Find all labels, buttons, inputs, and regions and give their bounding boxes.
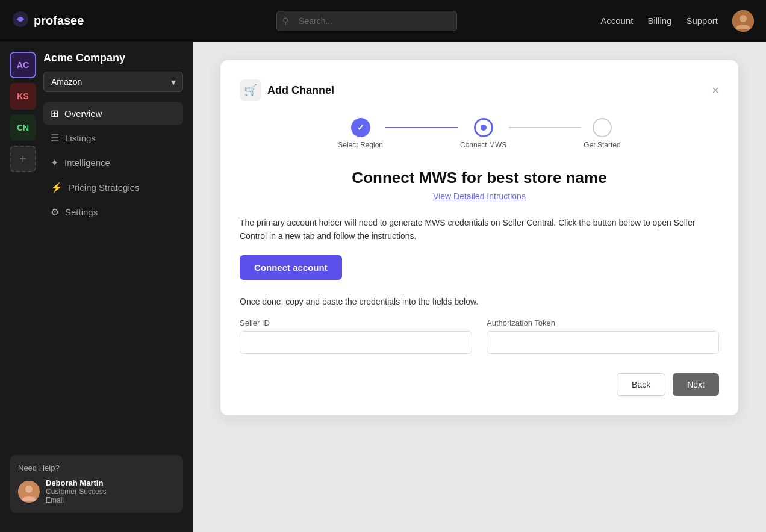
channel-selector-wrapper: Amazon — [43, 72, 183, 92]
credentials-form: Seller ID Authorization Token — [240, 318, 719, 354]
step-line-1 — [385, 127, 458, 128]
main-layout: AC KS CN + Acme Company Amazon ⊞ Overvie… — [0, 42, 766, 532]
step-circle-2 — [474, 118, 493, 137]
grid-icon: ⊞ — [51, 108, 58, 119]
account-link[interactable]: Account — [600, 16, 633, 26]
sidebar-item-listings[interactable]: ☰ Listings — [43, 126, 183, 150]
modal-body: Connect MWS for best store name View Det… — [240, 169, 719, 396]
sidebar-item-intelligence[interactable]: ✦ Intelligence — [43, 151, 183, 175]
modal-heading: Connect MWS for best store name — [240, 169, 719, 187]
auth-token-input[interactable] — [487, 331, 719, 354]
sidebar-item-listings-label: Listings — [65, 133, 96, 143]
step-connect-mws: Connect MWS — [460, 118, 506, 149]
logo-area: profasee — [12, 11, 84, 31]
next-button[interactable]: Next — [673, 373, 719, 396]
seller-id-label: Seller ID — [240, 318, 472, 327]
sidebar-item-settings-label: Settings — [65, 207, 98, 217]
back-button[interactable]: Back — [617, 373, 665, 396]
search-input[interactable] — [276, 11, 457, 31]
step-label-3: Get Started — [584, 141, 620, 149]
modal-description: The primary account holder will need to … — [240, 216, 719, 243]
modal-footer: Back Next — [240, 373, 719, 396]
agent-name: Deborah Martin — [46, 478, 107, 487]
sidebar-item-overview-label: Overview — [64, 108, 102, 119]
navbar-right: Account Billing Support — [600, 10, 754, 32]
step-circle-3 — [593, 118, 612, 137]
navbar-left: profasee — [12, 11, 205, 31]
sidebar-item-overview[interactable]: ⊞ Overview — [43, 102, 183, 125]
seller-id-group: Seller ID — [240, 318, 472, 354]
agent-role: Customer Success — [46, 487, 107, 496]
sidebar-item-intelligence-label: Intelligence — [64, 158, 110, 168]
channel-select[interactable]: Amazon — [43, 72, 183, 92]
gear-icon: ⚙ — [51, 206, 59, 218]
agent-avatar — [18, 481, 40, 503]
bolt-icon: ⚡ — [51, 182, 63, 193]
search-bar: ⚲ — [276, 11, 457, 31]
main-content: 🛒 Add Channel × ✓ Select Region Connect … — [193, 42, 766, 532]
once-done-text: Once done, copy and paste the credential… — [240, 297, 719, 306]
logo-text: profasee — [34, 14, 84, 28]
step-select-region: ✓ Select Region — [338, 118, 383, 149]
list-icon: ☰ — [51, 132, 59, 144]
modal-title-area: 🛒 Add Channel — [240, 79, 334, 101]
agent-info: Deborah Martin Customer Success Email — [18, 478, 175, 504]
account-badge-cn[interactable]: CN — [10, 114, 36, 141]
step-line-2 — [509, 127, 581, 128]
sidebar-item-pricing-strategies[interactable]: ⚡ Pricing Strategies — [43, 176, 183, 199]
sidebar-item-settings[interactable]: ⚙ Settings — [43, 200, 183, 224]
connect-account-button[interactable]: Connect account — [240, 255, 342, 280]
sidebar: AC KS CN + Acme Company Amazon ⊞ Overvie… — [0, 42, 193, 532]
logo-icon — [12, 11, 29, 31]
step-circle-1: ✓ — [351, 118, 370, 137]
need-help-label: Need Help? — [18, 463, 175, 472]
company-name: Acme Company — [43, 52, 183, 64]
navbar: profasee ⚲ Account Billing Support — [0, 0, 766, 42]
auth-token-label: Authorization Token — [487, 318, 719, 327]
bulb-icon: ✦ — [51, 157, 58, 169]
search-icon: ⚲ — [282, 16, 288, 26]
modal-header: 🛒 Add Channel × — [240, 79, 719, 101]
step-get-started: Get Started — [584, 118, 620, 149]
step-label-2: Connect MWS — [460, 141, 506, 149]
modal-card: 🛒 Add Channel × ✓ Select Region Connect … — [220, 60, 738, 415]
support-link[interactable]: Support — [686, 16, 718, 26]
auth-token-group: Authorization Token — [487, 318, 719, 354]
sidebar-footer: Need Help? Deborah Martin Customer Succe… — [10, 455, 183, 513]
svg-point-4 — [25, 486, 33, 493]
billing-link[interactable]: Billing — [647, 16, 671, 26]
account-badge-ac[interactable]: AC — [10, 52, 36, 78]
step-label-1: Select Region — [338, 141, 383, 149]
stepper: ✓ Select Region Connect MWS Get Started — [240, 118, 719, 149]
sidebar-item-pricing-label: Pricing Strategies — [69, 182, 140, 193]
modal-close-button[interactable]: × — [712, 84, 719, 96]
agent-email[interactable]: Email — [46, 496, 107, 504]
view-instructions-link[interactable]: View Detailed Intructions — [433, 191, 526, 201]
add-account-button[interactable]: + — [10, 146, 36, 172]
modal-title: Add Channel — [267, 84, 334, 97]
agent-details: Deborah Martin Customer Success Email — [46, 478, 107, 504]
user-avatar[interactable] — [732, 10, 754, 32]
modal-sublink: View Detailed Intructions — [240, 191, 719, 202]
nav-items: ⊞ Overview ☰ Listings ✦ Intelligence ⚡ P… — [43, 102, 183, 224]
account-badge-ks[interactable]: KS — [10, 83, 36, 110]
channel-icon: 🛒 — [240, 79, 261, 101]
svg-point-2 — [740, 15, 747, 22]
seller-id-input[interactable] — [240, 331, 472, 354]
